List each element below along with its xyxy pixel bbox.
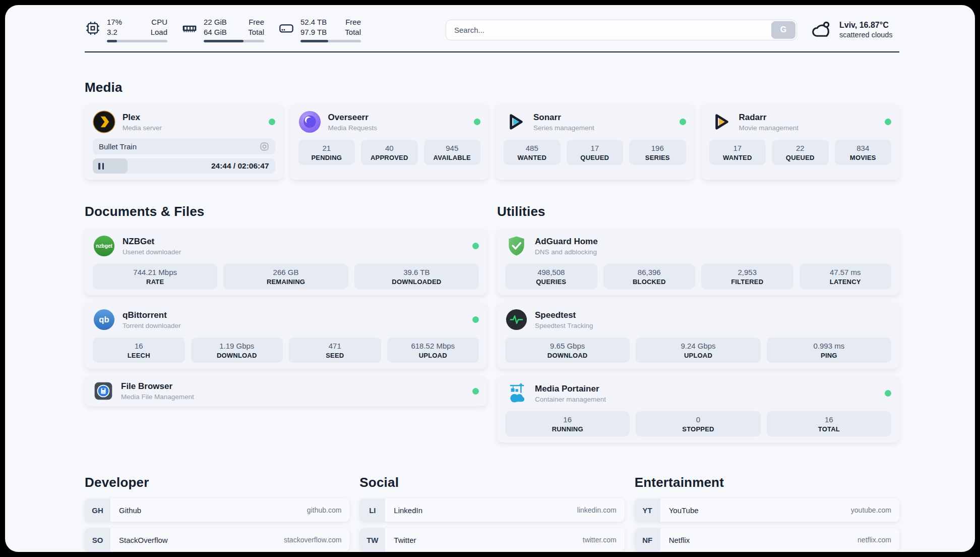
- stat-value: 16: [96, 342, 182, 350]
- sonarr-card[interactable]: Sonarr Series management 485 WANTED 17 Q…: [496, 104, 694, 180]
- developer-section: Developer GH Github github.com SO StackO…: [85, 475, 349, 552]
- app-name: Sonarr: [533, 113, 594, 123]
- sonarr-icon: [504, 110, 526, 133]
- cpu-usage-value: 17%: [107, 17, 122, 27]
- stat-pill: 945 AVAILABLE: [424, 140, 481, 165]
- stat-pill: 22 QUEUED: [772, 140, 829, 165]
- stat-pill: 0.993 ms PING: [767, 338, 891, 363]
- stat-label: QUEUED: [775, 154, 826, 161]
- ram-total-value: 64 GiB: [204, 27, 227, 37]
- stat-pill: 744.21 Mbps RATE: [93, 264, 217, 289]
- qbittorrent-card[interactable]: qb qBittorrent Torrent downloader: [85, 302, 487, 369]
- link-row-github[interactable]: GH Github github.com: [85, 498, 349, 522]
- app-name: Speedtest: [535, 310, 593, 320]
- stat-value: 618.52 Mbps: [390, 342, 476, 350]
- radarr-icon: [709, 110, 732, 133]
- playback-progress-bar[interactable]: 24:44 / 02:06:47: [93, 158, 275, 174]
- stat-value: 945: [427, 144, 478, 152]
- cpu-widget: 17% 3.2 CPU Load: [85, 17, 167, 42]
- stat-pill: 17 QUEUED: [567, 140, 624, 165]
- stat-pill: 196 SERIES: [629, 140, 686, 165]
- link-url: stackoverflow.com: [284, 536, 341, 544]
- speedtest-card[interactable]: Speedtest Speedtest Tracking 9.65 Gbps D…: [497, 302, 899, 369]
- stat-pill: 1.19 Gbps DOWNLOAD: [191, 338, 283, 363]
- link-url: twitter.com: [583, 536, 617, 544]
- disk-icon: [278, 20, 294, 36]
- portainer-card[interactable]: Media Portainer Container management 16 …: [497, 376, 899, 442]
- stat-pill: 16 LEECH: [93, 338, 185, 363]
- cpu-chip-icon: [85, 20, 101, 36]
- nzbget-card[interactable]: nzbget NZBGet Usenet downloader 74: [85, 229, 487, 295]
- now-playing-title: Bullet Train: [99, 142, 137, 151]
- stat-pill: 16 RUNNING: [505, 411, 630, 436]
- stat-value: 9.65 Gbps: [508, 342, 627, 350]
- stat-label: STOPPED: [639, 425, 757, 433]
- disk-free-value: 52.4 TB: [300, 17, 327, 27]
- app-name: NZBGet: [122, 237, 181, 247]
- camera-icon[interactable]: [260, 142, 269, 151]
- dashboard-page: 17% 3.2 CPU Load: [5, 5, 975, 552]
- stat-value: 17: [712, 144, 763, 152]
- stat-pill: 9.24 Gbps UPLOAD: [636, 338, 760, 363]
- link-name: Github: [119, 506, 141, 515]
- app-subtitle: Torrent downloader: [122, 322, 181, 329]
- playback-time: 24:44 / 02:06:47: [211, 161, 269, 171]
- stat-label: AVAILABLE: [427, 154, 478, 161]
- search-engine-button[interactable]: G: [771, 21, 795, 39]
- stat-label: QUEUED: [570, 154, 621, 161]
- radarr-card[interactable]: Radarr Movie management 17 WANTED 22 QUE…: [701, 104, 900, 180]
- speedtest-icon: [505, 308, 528, 331]
- app-name: Media Portainer: [535, 384, 606, 394]
- twitter-abbr-icon: TW: [359, 528, 385, 551]
- stat-value: 21: [301, 144, 352, 152]
- ram-icon: [181, 20, 198, 36]
- link-row-linkedin[interactable]: LI LinkedIn linkedin.com: [359, 498, 624, 522]
- stat-pill: 471 SEED: [289, 338, 381, 363]
- stat-label: SERIES: [632, 154, 683, 161]
- stat-value: 471: [292, 342, 378, 350]
- now-playing-row: Bullet Train: [93, 139, 275, 154]
- status-dot: [680, 119, 686, 125]
- link-row-twitter[interactable]: TW Twitter twitter.com: [359, 528, 624, 551]
- filebrowser-card[interactable]: File Browser Media File Management: [85, 376, 487, 406]
- link-name: Twitter: [394, 536, 416, 544]
- plex-card[interactable]: Plex Media server Bullet Train: [85, 104, 283, 180]
- stat-value: 266 GB: [226, 268, 345, 276]
- link-row-netflix[interactable]: NF Netflix netflix.com: [635, 528, 899, 551]
- section-title-documents: Documents & Files: [85, 204, 487, 219]
- pause-button[interactable]: [98, 163, 104, 170]
- stat-label: QUERIES: [508, 278, 594, 286]
- app-subtitle: Series management: [533, 124, 594, 132]
- section-title-media: Media: [85, 80, 899, 95]
- link-name: StackOverflow: [119, 536, 168, 544]
- stat-label: SEED: [292, 352, 378, 359]
- stat-value: 22: [775, 144, 826, 152]
- stat-value: 16: [508, 415, 627, 424]
- stat-label: WANTED: [507, 154, 558, 161]
- adguard-card[interactable]: AdGuard Home DNS and adblocking 498,508 …: [497, 229, 899, 295]
- stat-label: UPLOAD: [390, 352, 476, 359]
- cpu-progress-bar: [107, 40, 167, 42]
- app-subtitle: Movie management: [739, 124, 799, 132]
- link-row-youtube[interactable]: YT YouTube youtube.com: [635, 498, 899, 522]
- portainer-icon: [505, 382, 528, 405]
- app-name: Plex: [122, 113, 162, 123]
- stat-value: 196: [632, 144, 683, 152]
- stat-label: LATENCY: [803, 278, 889, 286]
- status-dot: [885, 119, 891, 125]
- ram-label-bottom: Total: [248, 27, 264, 37]
- stat-value: 47.57 ms: [803, 268, 889, 276]
- overseerr-card[interactable]: Overseerr Media Requests 21 PENDING 40 A…: [290, 104, 489, 180]
- stat-label: REMAINING: [226, 278, 345, 286]
- stat-label: FILTERED: [704, 278, 790, 286]
- app-subtitle: Usenet downloader: [122, 248, 181, 256]
- stat-label: DOWNLOAD: [508, 352, 627, 359]
- stat-value: 498,508: [508, 268, 594, 276]
- link-row-stackoverflow[interactable]: SO StackOverflow stackoverflow.com: [85, 528, 349, 551]
- app-subtitle: Media server: [122, 124, 162, 132]
- link-url: netflix.com: [858, 536, 891, 544]
- overseerr-icon: [298, 110, 321, 133]
- stat-label: BLOCKED: [606, 278, 693, 286]
- search-input[interactable]: [446, 20, 797, 40]
- cpu-load-value: 3.2: [107, 27, 122, 37]
